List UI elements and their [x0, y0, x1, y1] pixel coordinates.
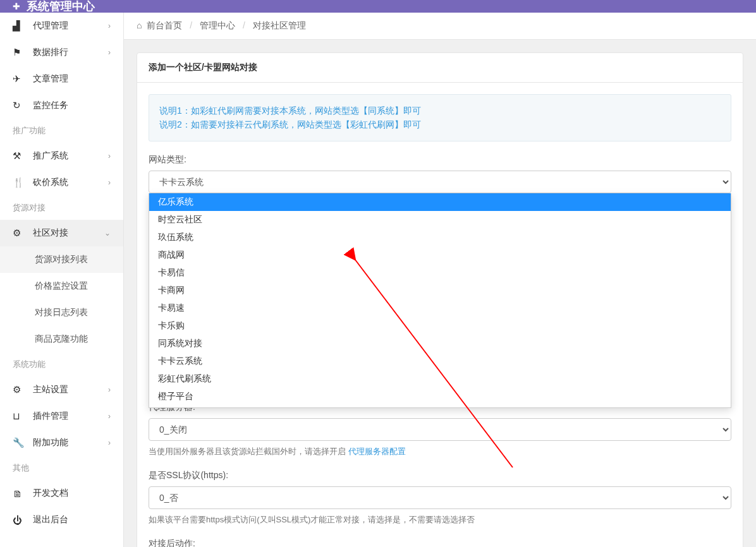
nav-section-title: 推广功能 — [0, 119, 123, 143]
plane-icon: ✈ — [13, 73, 25, 85]
factory-icon: ⚒ — [13, 150, 25, 162]
dropdown-option[interactable]: 卡卡云系统 — [149, 352, 731, 370]
nav-label: 退出后台 — [33, 514, 111, 526]
main-content: ⌂ 前台首页 / 管理中心 / 对接社区管理 添加一个社区/卡盟网站对接 说明1… — [124, 13, 756, 547]
nav-item-推广功能-0[interactable]: ⚒ 推广系统 › — [0, 143, 123, 169]
dropdown-option[interactable]: 同系统对接 — [149, 335, 731, 352]
nav-item-推广功能-1[interactable]: 🍴 砍价系统 › — [0, 169, 123, 196]
nav-label: 代理管理 — [33, 20, 108, 32]
dropdown-option[interactable]: 商战网 — [149, 246, 731, 264]
cogs-icon: ⚙ — [13, 227, 25, 239]
ssl-label: 是否SSL协议(https): — [149, 470, 731, 481]
dropdown-option[interactable]: 卡乐购 — [149, 317, 731, 335]
nav-item-货源对接-0[interactable]: ⚙ 社区对接 ⌄ — [0, 220, 123, 246]
dropdown-option[interactable]: 时空云社区 — [149, 211, 731, 229]
gear-icon: ⚙ — [13, 384, 25, 395]
site-type-select[interactable]: 卡卡云系统 — [149, 171, 731, 193]
info-line-1: 说明1：如彩虹代刷网需要对接本系统，网站类型选【同系统】即可 — [159, 104, 721, 117]
sitemap-icon: ▟ — [13, 20, 25, 32]
ssl-select[interactable]: 0_否 — [149, 486, 731, 509]
nav-subitem[interactable]: 货源对接列表 — [0, 246, 123, 273]
nav-item-其他-0[interactable]: 🗎 开发文档 — [0, 480, 123, 507]
header-logo-icon: ✚ — [13, 1, 20, 11]
nav-label: 开发文档 — [33, 488, 111, 499]
chevron-icon: › — [108, 412, 111, 421]
nav-label: 文章管理 — [33, 73, 111, 85]
dropdown-option[interactable]: 卡商网 — [149, 282, 731, 299]
proxy-select[interactable]: 0_关闭 — [149, 418, 731, 441]
info-box: 说明1：如彩虹代刷网需要对接本系统，网站类型选【同系统】即可 说明2：如需要对接… — [149, 94, 731, 141]
dropdown-option[interactable]: 亿乐系统 — [149, 193, 731, 211]
nav-item-1[interactable]: ⚑ 数据排行 › — [0, 39, 123, 66]
utensils-icon: 🍴 — [13, 177, 25, 188]
nav-subitem[interactable]: 商品克隆功能 — [0, 326, 123, 352]
nav-item-其他-1[interactable]: ⏻ 退出后台 — [0, 507, 123, 533]
power-icon: ⏻ — [13, 515, 25, 526]
breadcrumb-home[interactable]: 前台首页 — [147, 20, 182, 30]
nav-label: 推广系统 — [33, 150, 108, 162]
nav-label: 社区对接 — [33, 227, 104, 239]
file-icon: 🗎 — [13, 488, 25, 499]
nav-label: 主站设置 — [33, 384, 108, 395]
chevron-right-icon: › — [108, 48, 111, 57]
nav-label: 砍价系统 — [33, 177, 108, 188]
nav-section-title: 系统功能 — [0, 352, 123, 376]
refresh-icon: ↻ — [13, 100, 25, 111]
nav-label: 插件管理 — [33, 411, 108, 422]
nav-item-系统功能-2[interactable]: 🔧 附加功能 › — [0, 430, 123, 456]
nav-item-系统功能-1[interactable]: ⊔ 插件管理 › — [0, 403, 123, 430]
magnet-icon: ⊔ — [13, 411, 25, 422]
nav-item-2[interactable]: ✈ 文章管理 — [0, 66, 123, 92]
dropdown-option[interactable]: 橙子平台 — [149, 388, 731, 406]
proxy-config-link[interactable]: 代理服务器配置 — [348, 447, 406, 456]
info-line-2: 说明2：如需要对接祥云代刷系统，网站类型选【彩虹代刷网】即可 — [159, 117, 721, 131]
sidebar: ▟ 代理管理 ›⚑ 数据排行 ›✈ 文章管理 ↻ 监控任务 推广功能⚒ 推广系统… — [0, 13, 124, 547]
chevron-icon: › — [108, 385, 111, 394]
nav-section-title: 其他 — [0, 456, 123, 480]
flag-icon: ⚑ — [13, 47, 25, 58]
dropdown-option[interactable]: 卡易信 — [149, 264, 731, 282]
panel-title: 添加一个社区/卡盟网站对接 — [137, 53, 743, 83]
chevron-icon: › — [108, 178, 111, 187]
site-type-dropdown: 亿乐系统时空云社区玖伍系统商战网卡易信卡商网卡易速卡乐购同系统对接卡卡云系统彩虹… — [149, 193, 731, 408]
nav-label: 数据排行 — [33, 47, 108, 58]
breadcrumb: ⌂ 前台首页 / 管理中心 / 对接社区管理 — [124, 13, 756, 40]
dropdown-option[interactable]: 挂客宝平台 — [149, 406, 731, 408]
header: ✚ 系统管理中心 — [0, 0, 756, 13]
chevron-right-icon: › — [108, 21, 111, 30]
form-panel: 添加一个社区/卡盟网站对接 说明1：如彩虹代刷网需要对接本系统，网站类型选【同系… — [137, 52, 743, 547]
ssl-hint: 如果该平台需要https模式访问(又叫SSL模式)才能正常对接，请选择是，不需要… — [149, 514, 731, 526]
proxy-hint: 当使用国外服务器且该货源站拦截国外时，请选择开启 代理服务器配置 — [149, 446, 731, 457]
nav-item-系统功能-0[interactable]: ⚙ 主站设置 › — [0, 376, 123, 403]
chevron-icon: › — [108, 438, 111, 447]
dropdown-option[interactable]: 彩虹代刷系统 — [149, 370, 731, 388]
wrench-icon: 🔧 — [13, 437, 25, 448]
nav-subitem[interactable]: 对接日志列表 — [0, 299, 123, 326]
nav-subitem[interactable]: 价格监控设置 — [0, 273, 123, 299]
header-title: 系统管理中心 — [27, 0, 95, 14]
nav-section-title: 货源对接 — [0, 196, 123, 220]
chevron-icon: ⌄ — [104, 229, 111, 237]
nav-item-3[interactable]: ↻ 监控任务 — [0, 92, 123, 119]
nav-label: 附加功能 — [33, 437, 108, 448]
nav-label: 监控任务 — [33, 100, 111, 111]
home-icon: ⌂ — [137, 20, 142, 30]
breadcrumb-mid[interactable]: 管理中心 — [200, 20, 235, 30]
dropdown-option[interactable]: 卡易速 — [149, 299, 731, 317]
site-type-label: 网站类型: — [149, 154, 731, 165]
chevron-icon: › — [108, 152, 111, 160]
after-action-label: 对接后动作: — [149, 538, 731, 547]
dropdown-option[interactable]: 玖伍系统 — [149, 229, 731, 246]
breadcrumb-current: 对接社区管理 — [253, 20, 306, 30]
nav-item-0[interactable]: ▟ 代理管理 › — [0, 13, 123, 39]
